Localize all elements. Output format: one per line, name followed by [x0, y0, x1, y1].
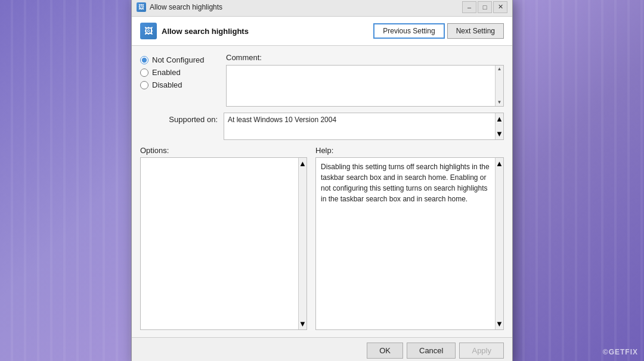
minimize-button[interactable]: –	[462, 1, 476, 13]
titlebar-left: 🖼 Allow search highlights	[137, 2, 222, 12]
radio-enabled-input[interactable]	[140, 69, 148, 77]
titlebar: 🖼 Allow search highlights – □ ✕	[132, 0, 512, 17]
titlebar-title: Allow search highlights	[150, 3, 222, 11]
comment-scroll-down[interactable]	[497, 100, 502, 105]
supported-label: Supported on:	[140, 113, 218, 124]
options-help-labels: Options: Help:	[140, 146, 504, 155]
radio-not-configured-input[interactable]	[140, 56, 148, 64]
options-scroll-down[interactable]	[299, 319, 306, 328]
supported-field-wrapper: At least Windows 10 Version 2004	[224, 113, 504, 140]
comment-field-wrapper	[226, 65, 504, 107]
help-box: Disabling this setting turns off search …	[315, 157, 504, 330]
supported-row: Supported on: At least Windows 10 Versio…	[140, 113, 504, 140]
supported-scrollbar	[495, 113, 503, 139]
radio-enabled[interactable]: Enabled	[140, 68, 218, 77]
comment-textarea[interactable]	[227, 66, 495, 106]
options-inner	[141, 158, 298, 329]
options-help-boxes: Disabling this setting turns off search …	[140, 157, 504, 330]
dialog-header: 🖼 Allow search highlights Previous Setti…	[132, 17, 512, 46]
comment-scrollbar	[495, 66, 503, 106]
maximize-button[interactable]: □	[478, 1, 492, 13]
cancel-button[interactable]: Cancel	[407, 343, 456, 359]
radio-not-configured-label: Not Configured	[152, 55, 204, 64]
options-box	[140, 157, 307, 330]
dialog-header-left: 🖼 Allow search highlights	[140, 23, 249, 39]
options-scroll-up[interactable]	[299, 159, 306, 168]
ok-button[interactable]: OK	[367, 343, 403, 359]
dialog-header-title: Allow search highlights	[162, 27, 249, 36]
dialog-content: Not Configured Enabled Disabled Comment:	[132, 46, 512, 337]
close-button[interactable]: ✕	[493, 1, 507, 13]
watermark: ©GETFIX	[603, 348, 638, 356]
options-label: Options:	[140, 146, 307, 155]
help-label: Help:	[315, 146, 504, 155]
titlebar-icon: 🖼	[137, 2, 146, 12]
radio-disabled[interactable]: Disabled	[140, 80, 218, 89]
radio-disabled-input[interactable]	[140, 81, 148, 89]
supported-value: At least Windows 10 Version 2004	[224, 113, 495, 139]
radio-not-configured[interactable]: Not Configured	[140, 55, 218, 64]
top-section: Not Configured Enabled Disabled Comment:	[140, 53, 504, 107]
options-scrollbar	[298, 158, 306, 329]
apply-button[interactable]: Apply	[459, 343, 504, 359]
radio-group: Not Configured Enabled Disabled	[140, 53, 218, 107]
help-scroll-up[interactable]	[496, 159, 503, 168]
previous-setting-button[interactable]: Previous Setting	[373, 23, 444, 39]
help-scrollbar	[495, 158, 503, 329]
dialog-footer: OK Cancel Apply	[132, 337, 512, 361]
titlebar-controls: – □ ✕	[462, 1, 507, 13]
radio-disabled-label: Disabled	[152, 80, 182, 89]
help-text: Disabling this setting turns off search …	[316, 158, 495, 329]
comment-label: Comment:	[226, 53, 504, 62]
header-icon: 🖼	[140, 23, 157, 39]
dialog-window: 🖼 Allow search highlights – □ ✕ 🖼 Allow …	[131, 0, 513, 361]
supported-scroll-down[interactable]	[496, 129, 503, 138]
comment-section: Comment:	[226, 53, 504, 107]
radio-enabled-label: Enabled	[152, 68, 181, 77]
comment-scroll-up[interactable]	[497, 67, 502, 71]
supported-scroll-up[interactable]	[496, 114, 503, 123]
help-scroll-down[interactable]	[496, 319, 503, 328]
header-buttons: Previous Setting Next Setting	[373, 23, 504, 39]
next-setting-button[interactable]: Next Setting	[447, 23, 504, 39]
